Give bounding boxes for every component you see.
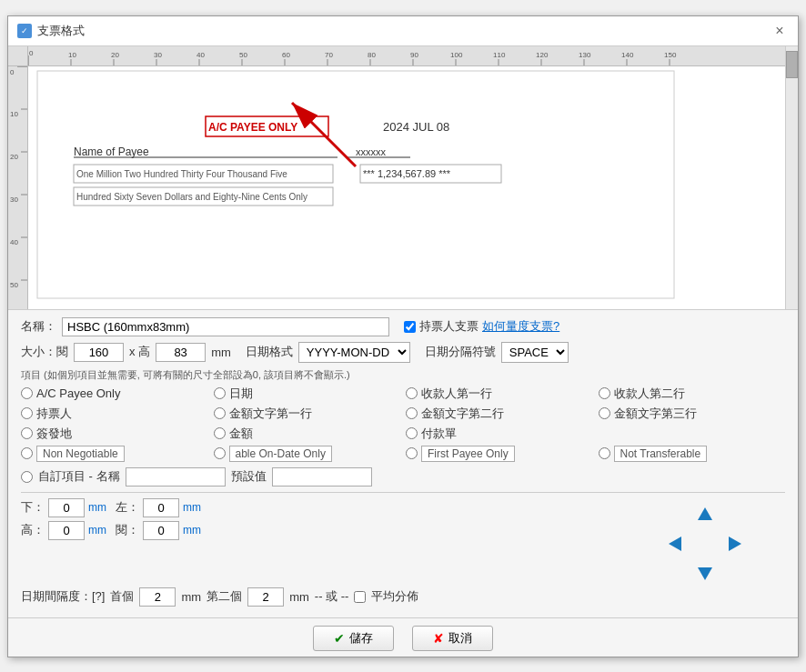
svg-text:100: 100 (450, 51, 463, 59)
radio-amt-text2-input[interactable] (406, 407, 418, 419)
form-area: 名稱： 持票人支票 如何量度支票? 大小：閱 x 高 mm 日期格式 YYYY-… (8, 310, 798, 617)
radio-recv1-label: 收款人第一行 (421, 386, 492, 402)
svg-marker-65 (698, 567, 712, 580)
or-label: -- 或 -- (315, 588, 349, 605)
radio-on-date-input[interactable] (214, 447, 226, 459)
radio-drawer-input[interactable] (21, 427, 33, 439)
radio-date-label: 日期 (229, 386, 253, 402)
radio-not-transfer: Not Transferable (599, 446, 786, 462)
save-label: 儲存 (349, 630, 373, 647)
scrollbar-thumb[interactable] (786, 51, 798, 78)
radio-bearer-input[interactable] (21, 407, 33, 419)
arrow-right-button[interactable] (721, 531, 747, 557)
radio-first-payee-label: First Payee Only (421, 446, 515, 462)
ruler-left: 0 10 20 30 40 50 (8, 66, 28, 309)
svg-text:*** 1,234,567.89 ***: *** 1,234,567.89 *** (363, 168, 451, 179)
default-value-input[interactable] (272, 467, 372, 486)
first-label: 首個 (110, 588, 134, 605)
radio-non-neg-input[interactable] (21, 447, 33, 459)
radio-not-transfer-input[interactable] (599, 447, 610, 459)
svg-text:10: 10 (10, 110, 18, 118)
height2-input[interactable] (48, 521, 85, 540)
cancel-icon: ✘ (433, 631, 444, 646)
second-value-input[interactable] (247, 587, 284, 607)
svg-text:A/C PAYEE ONLY: A/C PAYEE ONLY (208, 121, 297, 134)
svg-text:50: 50 (10, 281, 18, 289)
arrow-down-button[interactable] (692, 560, 718, 586)
width2-input[interactable] (143, 521, 179, 540)
radio-first-payee-input[interactable] (406, 447, 418, 459)
svg-text:Name of Payee: Name of Payee (74, 145, 149, 158)
date-sep-select[interactable]: SPACE - / . (501, 342, 569, 363)
mm-label-1: mm (181, 590, 201, 604)
left-group: 左： mm (116, 498, 201, 517)
svg-text:150: 150 (664, 51, 677, 59)
check-content: A/C PAYEE ONLY 2024 JUL 08 Name of Payee… (28, 66, 785, 309)
scrollbar-vertical[interactable] (785, 46, 798, 309)
svg-text:20: 20 (111, 51, 119, 59)
ruler-corner (8, 46, 28, 66)
svg-text:One Million Two Hundred Thirty: One Million Two Hundred Thirty Four Thou… (76, 169, 287, 179)
radio-drawer-label: 簽發地 (36, 426, 72, 442)
footer-row: ✔ 儲存 ✘ 取消 (8, 617, 798, 657)
close-button[interactable]: × (771, 22, 789, 40)
radio-ac-input[interactable] (21, 387, 33, 399)
radio-recv1-input[interactable] (406, 387, 418, 399)
radio-date-input[interactable] (214, 387, 226, 399)
svg-marker-62 (698, 507, 712, 520)
main-window: ✓ 支票格式 × 0 10 20 (7, 15, 799, 657)
radio-amt-text3: 金額文字第三行 (599, 406, 786, 422)
custom-row: 自訂項目 - 名稱 預設值 (21, 467, 785, 486)
date-format-select[interactable]: YYYY-MON-DD DD-MON-YYYY YYYY-MM-DD DD/MM… (298, 342, 410, 363)
svg-text:40: 40 (10, 238, 18, 246)
name-input[interactable] (62, 317, 389, 336)
radio-payment: 付款單 (406, 426, 593, 442)
svg-text:0: 0 (29, 49, 34, 57)
svg-marker-64 (729, 537, 741, 551)
save-button[interactable]: ✔ 儲存 (313, 626, 394, 651)
equal-dist-label: 平均分佈 (371, 588, 418, 605)
radio-payment-label: 付款單 (421, 426, 457, 442)
width2-group: 閱： mm (116, 521, 201, 540)
left-input[interactable] (143, 498, 179, 517)
cancel-button[interactable]: ✘ 取消 (412, 626, 493, 651)
equal-dist-check[interactable] (354, 591, 366, 603)
size-label: 大小：閱 (21, 344, 68, 360)
radio-drawer: 簽發地 (21, 426, 208, 442)
svg-text:50: 50 (239, 51, 247, 59)
arrow-up-button[interactable] (692, 502, 718, 527)
radio-amt-text2-label: 金額文字第二行 (421, 406, 504, 422)
radio-ac-label: A/C Payee Only (36, 386, 121, 400)
radio-non-neg: Non Negotiable (21, 446, 208, 462)
svg-text:80: 80 (368, 51, 376, 59)
radio-recv2-input[interactable] (599, 387, 610, 399)
svg-text:120: 120 (536, 51, 549, 59)
measure-link[interactable]: 如何量度支票? (482, 318, 559, 335)
radio-payment-input[interactable] (406, 427, 418, 439)
svg-text:110: 110 (493, 51, 506, 59)
first-value-input[interactable] (139, 587, 176, 607)
height2-group: 高： mm (21, 521, 106, 540)
radio-amt-text3-label: 金額文字第三行 (614, 406, 697, 422)
radio-recv2-label: 收款人第二行 (614, 386, 685, 402)
name-label: 名稱： (21, 318, 56, 335)
radio-amt-text3-input[interactable] (599, 407, 610, 419)
save-icon: ✔ (334, 631, 345, 646)
arrow-left-button[interactable] (663, 531, 689, 557)
radio-custom-input[interactable] (21, 471, 33, 483)
x-label: x 高 (129, 344, 150, 360)
default-label: 預設值 (231, 468, 267, 485)
svg-text:xxxxxx: xxxxxx (356, 146, 387, 157)
width-input[interactable] (74, 343, 124, 362)
radio-bearer-label: 持票人 (36, 406, 72, 422)
date-format-label: 日期格式 (246, 344, 293, 360)
radio-non-neg-label: Non Negotiable (36, 446, 125, 462)
down-group: 下： mm (21, 498, 106, 517)
custom-name-input[interactable] (126, 467, 226, 486)
radio-amt-text1-input[interactable] (214, 407, 226, 419)
radio-amt-input[interactable] (214, 427, 226, 439)
title-bar: ✓ 支票格式 × (8, 16, 798, 46)
bearer-check[interactable] (404, 321, 416, 333)
down-input[interactable] (48, 498, 85, 517)
height-input[interactable] (156, 343, 206, 362)
